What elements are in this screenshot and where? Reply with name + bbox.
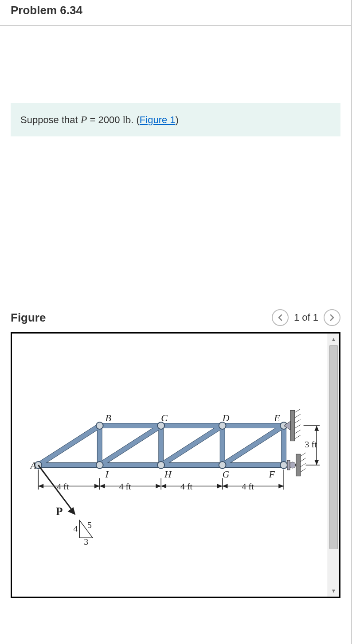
svg-line-49 [301, 458, 306, 462]
figure-box: A B C D E F G H I 4 ft 4 ft 4 ft 4 ft [11, 332, 340, 598]
figure-count: 1 of 1 [294, 312, 318, 323]
instruction-close: ) [176, 114, 179, 125]
svg-marker-67 [278, 484, 284, 489]
joint-label-f: F [268, 469, 275, 480]
force-label: P [56, 505, 63, 518]
instruction-eq: = 2000 [87, 114, 122, 125]
svg-line-25 [223, 426, 284, 465]
figure-canvas: A B C D E F G H I 4 ft 4 ft 4 ft 4 ft [12, 334, 328, 597]
instruction-var: P [81, 114, 87, 125]
svg-marker-66 [223, 484, 228, 489]
span-dim-1: 4 ft [57, 481, 69, 491]
svg-marker-61 [94, 484, 100, 489]
svg-text:5: 5 [87, 520, 92, 530]
span-dim-3: 4 ft [180, 481, 192, 491]
svg-point-35 [96, 422, 103, 429]
svg-line-44 [295, 430, 301, 434]
scroll-up-icon[interactable]: ▲ [328, 334, 339, 345]
joint-label-b: B [106, 413, 111, 423]
svg-marker-62 [100, 484, 105, 489]
slope-triangle: 4 3 5 [73, 520, 93, 547]
figure-link[interactable]: Figure 1 [140, 114, 176, 125]
svg-marker-63 [156, 484, 161, 489]
problem-title: Problem 6.34 [11, 4, 340, 17]
instruction-prefix: Suppose that [20, 114, 81, 125]
joint-label-a: A [30, 460, 37, 471]
svg-line-42 [295, 419, 301, 423]
span-dim-2: 4 ft [119, 481, 131, 491]
svg-line-22 [38, 426, 99, 465]
svg-line-48 [301, 453, 306, 456]
svg-point-32 [157, 462, 164, 469]
chevron-left-icon [278, 314, 283, 321]
svg-line-51 [301, 469, 306, 472]
svg-marker-60 [38, 484, 43, 489]
instruction-unit: lb [123, 114, 131, 125]
next-button[interactable] [324, 309, 340, 326]
svg-line-41 [295, 414, 301, 418]
svg-text:3: 3 [84, 537, 88, 547]
svg-line-43 [295, 425, 301, 428]
joint-label-g: G [223, 469, 230, 480]
svg-line-23 [100, 426, 161, 465]
joint-label-d: D [222, 413, 230, 423]
joint-label-h: H [164, 469, 172, 480]
svg-line-40 [295, 409, 301, 412]
svg-rect-39 [290, 410, 295, 441]
svg-line-50 [301, 463, 306, 467]
svg-rect-47 [296, 454, 301, 476]
span-dim-4: 4 ft [242, 481, 254, 491]
svg-marker-72 [314, 460, 319, 465]
svg-marker-64 [161, 484, 166, 489]
height-dim: 3 ft [305, 439, 317, 449]
prev-button[interactable] [272, 309, 289, 326]
truss-diagram: A B C D E F G H I 4 ft 4 ft 4 ft 4 ft [12, 334, 328, 597]
scroll-track[interactable] [328, 345, 339, 585]
chevron-right-icon [329, 314, 335, 321]
svg-line-45 [295, 435, 301, 439]
instruction-box: Suppose that P = 2000 lb. (Figure 1) [11, 103, 340, 136]
svg-point-31 [96, 462, 103, 469]
svg-marker-74 [68, 507, 76, 515]
figure-label: Figure [11, 311, 46, 325]
figure-nav: 1 of 1 [272, 309, 340, 326]
svg-point-52 [289, 462, 296, 468]
joint-label-e: E [274, 413, 280, 423]
svg-line-24 [161, 426, 222, 465]
svg-marker-65 [217, 484, 223, 489]
svg-marker-71 [314, 426, 319, 431]
scroll-down-icon[interactable]: ▼ [328, 585, 339, 597]
instruction-suffix: . ( [131, 114, 140, 125]
svg-point-33 [219, 462, 226, 469]
scroll-thumb[interactable] [329, 345, 338, 549]
svg-point-34 [280, 462, 287, 469]
joint-label-i: I [105, 469, 110, 480]
figure-scrollbar[interactable]: ▲ ▼ [328, 334, 339, 597]
roller-support-icon [287, 453, 306, 476]
svg-text:4: 4 [73, 524, 78, 533]
joint-label-c: C [161, 413, 168, 423]
svg-rect-53 [287, 460, 290, 470]
